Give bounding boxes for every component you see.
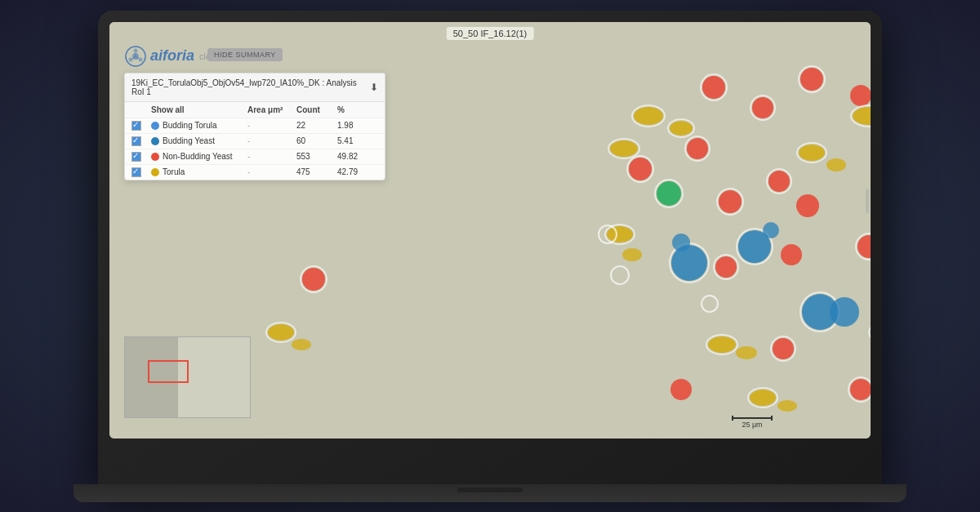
row-area-1: -	[247, 136, 296, 145]
cell-red	[752, 97, 773, 118]
svg-point-27	[797, 143, 826, 163]
minimap	[124, 336, 251, 418]
cell-blue-bud	[672, 234, 690, 252]
table-header: Show all Area μm² Count %	[125, 102, 385, 118]
cell-blue	[802, 294, 838, 330]
laptop-frame: 50_50 IF_16.12(1) aiforia cloud	[98, 11, 882, 484]
svg-point-35	[266, 323, 296, 342]
cell-yellow-bud	[292, 339, 311, 350]
svg-point-10	[799, 66, 825, 92]
table-row: Torula - 475 42.79	[125, 165, 385, 180]
cell-red	[715, 256, 737, 278]
svg-point-12	[668, 119, 694, 137]
cell-yellow-bud	[736, 346, 757, 359]
svg-point-29	[869, 322, 871, 343]
cell-yellow	[268, 324, 294, 341]
logo-area: aiforia cloud	[124, 45, 220, 68]
cell-yellow	[750, 390, 776, 406]
svg-point-23	[714, 255, 738, 279]
row-pct-2: 49.82	[337, 152, 378, 161]
cell-red	[302, 268, 325, 291]
scrollbar[interactable]	[866, 189, 869, 213]
cell-red	[858, 235, 871, 258]
panel-title: 19Ki_EC_TorulaObj5_ObjOv54_Iwp720_IA10%_…	[131, 78, 370, 96]
svg-point-11	[632, 105, 665, 127]
svg-point-28	[706, 335, 737, 354]
cell-blue-bud	[763, 222, 779, 238]
col-show-all: Show all	[151, 105, 247, 114]
cell-blue	[830, 297, 859, 327]
svg-point-34	[301, 266, 327, 292]
svg-point-3	[139, 57, 143, 61]
row-label-2: Non-Budding Yeast	[151, 152, 247, 161]
row-dot-1	[151, 137, 159, 145]
svg-point-26	[608, 139, 639, 158]
summary-panel: 19Ki_EC_TorulaObj5_ObjOv54_Iwp720_IA10%_…	[124, 73, 385, 180]
cell-yellow	[634, 107, 663, 125]
cell-red	[800, 68, 823, 91]
cell-blue	[738, 230, 771, 263]
cell-red	[719, 190, 742, 213]
cell-red	[687, 138, 708, 159]
row-checkbox-2[interactable]	[131, 152, 141, 162]
scale-bar: 25 μm	[732, 417, 773, 429]
row-checkbox-1[interactable]	[131, 136, 141, 146]
cell-red	[850, 379, 871, 400]
row-count-1: 60	[296, 136, 337, 145]
cell-yellow-bud	[826, 158, 846, 171]
cell-blue	[671, 245, 707, 281]
cell-yellow	[708, 336, 736, 353]
svg-point-17	[655, 180, 683, 207]
cell-outline	[702, 296, 718, 312]
row-count-2: 553	[296, 152, 337, 161]
svg-point-25	[605, 225, 635, 244]
logo-text: aiforia	[150, 47, 194, 65]
cell-red	[670, 379, 692, 400]
cell-red	[768, 171, 790, 192]
svg-point-15	[685, 136, 710, 161]
cell-outline	[611, 266, 629, 284]
row-label-1: Budding Yeast	[151, 136, 247, 145]
minimap-viewport	[148, 360, 189, 383]
svg-point-20	[800, 292, 840, 332]
cell-outline	[599, 225, 617, 243]
row-dot-0	[151, 122, 159, 130]
row-checkbox-3[interactable]	[131, 167, 141, 177]
svg-point-9	[751, 96, 775, 120]
svg-point-19	[737, 229, 773, 265]
svg-point-8	[701, 74, 727, 100]
cell-red	[629, 158, 652, 180]
cell-green	[657, 181, 681, 206]
cell-yellow	[853, 107, 871, 125]
row-pct-1: 5.41	[337, 136, 378, 145]
row-pct-3: 42.79	[337, 167, 378, 176]
row-dot-3	[151, 168, 159, 176]
cell-yellow-bud	[622, 248, 642, 261]
svg-point-32	[849, 377, 871, 402]
svg-point-30	[748, 388, 777, 407]
row-checkbox-0[interactable]	[131, 121, 141, 131]
row-pct-0: 1.98	[337, 121, 378, 130]
row-label-3: Torula	[151, 167, 247, 176]
hide-summary-button[interactable]: HIDE SUMMARY	[207, 48, 283, 61]
download-icon[interactable]: ⬇	[370, 82, 378, 93]
table-row: Budding Yeast - 60 5.41	[125, 134, 385, 149]
row-count-0: 22	[296, 121, 337, 130]
aiforia-logo-icon	[124, 45, 147, 68]
row-label-0: Budding Torula	[151, 121, 247, 130]
cell-red	[702, 76, 725, 99]
svg-point-21	[717, 189, 743, 215]
svg-point-14	[627, 156, 653, 182]
col-count: Count	[296, 105, 337, 114]
panel-header: 19Ki_EC_TorulaObj5_ObjOv54_Iwp720_IA10%_…	[125, 73, 385, 102]
cell-yellow	[607, 226, 633, 243]
row-area-0: -	[247, 121, 296, 130]
cell-yellow	[610, 140, 638, 157]
microscope-view[interactable]: 50_50 IF_16.12(1) aiforia cloud	[109, 22, 871, 439]
col-percent: %	[337, 105, 378, 114]
cell-red	[850, 85, 871, 106]
image-title: 50_50 IF_16.12(1)	[447, 27, 534, 40]
cell-yellow	[799, 145, 825, 161]
col-check	[131, 105, 151, 114]
cell-red	[781, 244, 802, 265]
